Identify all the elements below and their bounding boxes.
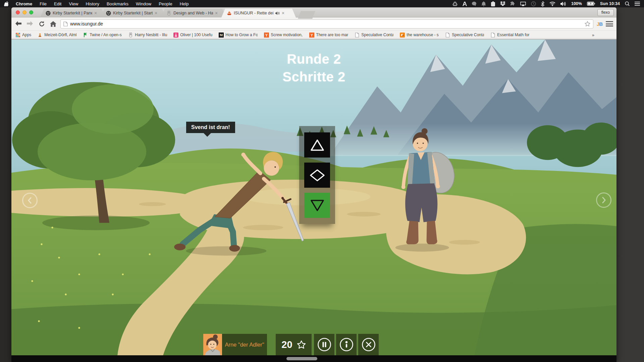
ycombinator-favicon: Y bbox=[309, 33, 314, 38]
bookmark-speculative-2[interactable]: Speculative Contacts bbox=[445, 33, 484, 38]
score-star-icon bbox=[297, 340, 306, 349]
google-drive-icon[interactable] bbox=[452, 2, 458, 6]
new-tab-button[interactable] bbox=[298, 11, 315, 19]
bookmark-hn-too-many[interactable]: Y There are too many s bbox=[309, 33, 348, 38]
tab-label: Kirby Starterkit | Startseite bbox=[113, 11, 153, 15]
tab-close-icon[interactable]: × bbox=[94, 11, 97, 15]
kirby-favicon bbox=[106, 11, 111, 16]
forward-button[interactable] bbox=[26, 20, 34, 28]
bookmark-harry-nesbitt[interactable]: Harry Nesbitt - Illustr bbox=[128, 33, 167, 38]
action-triangle-up-button[interactable] bbox=[304, 132, 330, 158]
chrome-menu-icon[interactable] bbox=[606, 21, 613, 26]
bluetooth-icon[interactable] bbox=[541, 1, 544, 6]
menu-view[interactable]: View bbox=[69, 1, 78, 6]
apps-grid-icon bbox=[15, 33, 20, 38]
tab-label: ISUNGUR - Rette dein V bbox=[234, 11, 273, 15]
bell-icon[interactable] bbox=[481, 1, 486, 6]
bookmark-apps[interactable]: Apps bbox=[15, 33, 31, 38]
svg-text:M: M bbox=[220, 33, 223, 37]
zoom-window-button[interactable] bbox=[29, 10, 33, 14]
bookmark-meizeit[interactable]: Meizeit-Dörfl, Almhüt bbox=[38, 33, 76, 38]
meizeit-favicon bbox=[38, 33, 43, 38]
menu-bookmarks[interactable]: Bookmarks bbox=[107, 1, 128, 6]
airplay-display-icon[interactable] bbox=[520, 2, 526, 6]
page-scrollbar-thumb[interactable] bbox=[286, 357, 317, 360]
player-name: Arne "der Adler" bbox=[222, 334, 267, 355]
action-panel bbox=[299, 126, 335, 224]
tab-harry-nesbitt[interactable]: Design and Web - Harry Ne × bbox=[161, 9, 226, 17]
score-panel[interactable]: 20 bbox=[276, 334, 312, 355]
page-scrollbar-track[interactable] bbox=[11, 355, 616, 362]
bookmark-twine[interactable]: Twine / An open-sou bbox=[83, 33, 122, 38]
rabbit-favicon bbox=[128, 33, 133, 38]
reload-button[interactable] bbox=[38, 20, 46, 28]
action-diamond-button[interactable] bbox=[304, 163, 330, 188]
back-button[interactable] bbox=[15, 20, 23, 28]
triangle-up-icon bbox=[310, 138, 325, 152]
chrome-window: Kirby Starterkit | Panel | Sta × Kirby S… bbox=[11, 7, 616, 362]
url-input[interactable] bbox=[70, 21, 582, 26]
adobe-a-icon[interactable] bbox=[463, 2, 467, 6]
menu-history[interactable]: History bbox=[86, 1, 99, 6]
close-window-button[interactable] bbox=[16, 10, 20, 14]
exit-button[interactable] bbox=[358, 334, 379, 355]
game-hud: Arne "der Adler" 20 bbox=[11, 334, 616, 355]
bookmark-medium[interactable]: M How to Grow a Fores bbox=[219, 33, 258, 38]
tab-kirby-panel[interactable]: Kirby Starterkit | Panel | Sta × bbox=[40, 9, 105, 17]
bookmark-hn-screw-motivation[interactable]: Y Screw motivation, wh bbox=[264, 33, 303, 38]
nav-next-button[interactable] bbox=[596, 192, 611, 208]
score-value: 20 bbox=[281, 339, 292, 350]
info-button[interactable] bbox=[336, 334, 357, 355]
menubar-clock[interactable]: Sun 10:34 bbox=[600, 1, 620, 6]
window-controls bbox=[16, 10, 33, 14]
info-person-icon bbox=[339, 338, 354, 352]
tab-close-icon[interactable]: × bbox=[155, 11, 157, 15]
menu-help[interactable]: Help bbox=[180, 1, 189, 6]
clipboard-icon[interactable] bbox=[491, 1, 495, 6]
volume-icon[interactable] bbox=[560, 2, 566, 6]
time-machine-icon[interactable] bbox=[531, 1, 536, 6]
bookmark-star-icon[interactable] bbox=[585, 21, 590, 26]
svg-text:Y: Y bbox=[265, 33, 268, 37]
tab-close-icon[interactable]: × bbox=[215, 11, 218, 15]
menu-edit[interactable]: Edit bbox=[54, 1, 61, 6]
bookmark-speculative-1[interactable]: Speculative Contacts bbox=[355, 33, 393, 38]
action-triangle-down-button[interactable] bbox=[304, 193, 330, 218]
menu-app-name[interactable]: Chrome bbox=[16, 1, 32, 6]
player-portrait bbox=[203, 334, 222, 355]
notification-center-icon[interactable] bbox=[635, 2, 640, 6]
dropbox-icon[interactable] bbox=[500, 1, 505, 6]
menu-people[interactable]: People bbox=[159, 1, 172, 6]
steps-label: Schritte 2 bbox=[11, 68, 616, 86]
bookmark-warehouse[interactable]: the warehouse - sou bbox=[400, 33, 439, 38]
menu-window[interactable]: Window bbox=[136, 1, 151, 6]
pause-button[interactable] bbox=[314, 334, 334, 355]
chat-bubble-icon[interactable] bbox=[472, 2, 476, 6]
nav-previous-button[interactable] bbox=[22, 193, 38, 208]
home-button[interactable] bbox=[49, 20, 57, 28]
tab-label: Kirby Starterkit | Panel | Sta bbox=[53, 11, 92, 15]
tab-isungur-active[interactable]: ISUNGUR - Rette dein V × bbox=[221, 9, 296, 17]
minimize-window-button[interactable] bbox=[22, 10, 26, 14]
medium-m-favicon: M bbox=[219, 33, 224, 38]
tab-close-icon[interactable]: × bbox=[282, 11, 284, 15]
menu-file[interactable]: File bbox=[40, 1, 47, 6]
warehouse-favicon bbox=[400, 33, 405, 38]
chevron-left-icon bbox=[26, 197, 33, 204]
bookmarks-overflow-chevron[interactable]: » bbox=[592, 33, 612, 38]
round-label: Runde 2 bbox=[11, 50, 616, 68]
tab-kirby-startseite[interactable]: Kirby Starterkit | Startseite × bbox=[101, 9, 166, 17]
bookmark-essential-math[interactable]: Essential Math for G bbox=[490, 33, 529, 38]
profile-button[interactable]: flexo bbox=[597, 9, 614, 16]
jb-extension-icon[interactable]: JB bbox=[597, 21, 602, 27]
spotlight-search-icon[interactable] bbox=[625, 1, 630, 6]
tab-audio-icon[interactable] bbox=[275, 11, 280, 15]
tab-label: Design and Web - Harry Ne bbox=[173, 11, 213, 15]
puzzle-extension-icon[interactable] bbox=[511, 1, 515, 6]
bookmark-oliver[interactable]: Oliver | 100 Useful U bbox=[173, 33, 212, 38]
apple-menu-icon[interactable] bbox=[4, 1, 8, 6]
address-bar[interactable] bbox=[60, 19, 593, 28]
wifi-icon[interactable] bbox=[549, 2, 555, 6]
ycombinator-favicon: Y bbox=[264, 33, 269, 38]
pause-icon bbox=[317, 338, 331, 352]
